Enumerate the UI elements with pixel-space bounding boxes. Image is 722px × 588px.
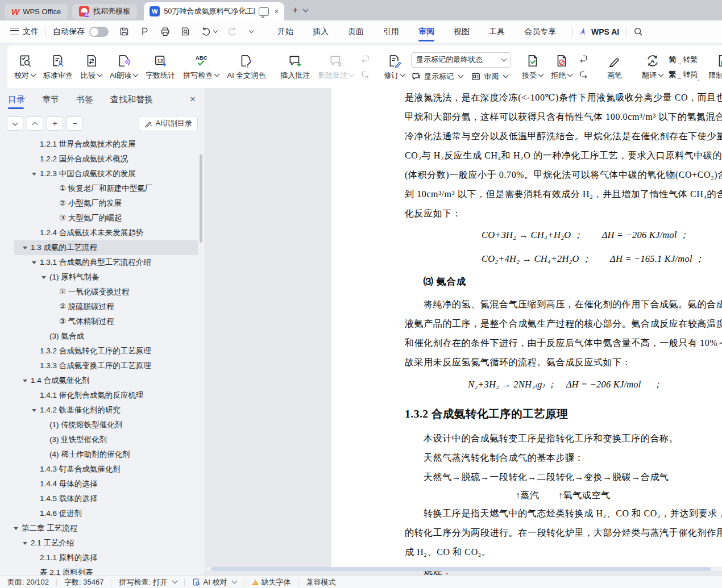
track-changes-button[interactable]: 修订 bbox=[380, 51, 409, 83]
tab-wps-home[interactable]: W WPS Office bbox=[5, 4, 68, 19]
ai-polish-button[interactable]: AI 全文润色 bbox=[223, 51, 269, 83]
toolbar-more-chevron-icon[interactable] bbox=[249, 28, 254, 32]
toc-item[interactable]: ② 小型氨厂的发展 bbox=[14, 196, 205, 211]
toc-item[interactable]: (1) 原料气制备 bbox=[14, 270, 205, 285]
proofread-button[interactable]: 校对 bbox=[10, 51, 39, 83]
toc-item[interactable]: (4) 稀土作助剂的催化剂 bbox=[14, 447, 205, 462]
ai-proof-status[interactable]: AI 校对 bbox=[185, 577, 244, 587]
menu-insert[interactable]: 插入 bbox=[303, 20, 338, 43]
menu-view[interactable]: 视图 bbox=[444, 20, 479, 43]
toc-item[interactable]: 1.4.6 促进剂 bbox=[14, 506, 205, 521]
toc-item[interactable]: 1.4.5 载体的选择 bbox=[14, 491, 205, 506]
accept-button[interactable]: 接受 bbox=[518, 51, 547, 83]
compare-button[interactable]: 比较 bbox=[77, 51, 106, 83]
word-count-button[interactable]: 12 字数统计 bbox=[142, 51, 179, 83]
close-tab-icon[interactable]: × bbox=[274, 7, 279, 16]
ai-read-button[interactable]: AI朗读 bbox=[106, 51, 142, 83]
previous-comment-icon[interactable] bbox=[360, 54, 370, 64]
tab-chapters[interactable]: 章节 bbox=[42, 88, 59, 111]
toc-item[interactable]: 1.2.2 国外合成氨技术概况 bbox=[14, 152, 205, 166]
menu-member[interactable]: 会员专享 bbox=[514, 20, 566, 43]
menu-start[interactable]: 开始 bbox=[268, 20, 303, 43]
wps-ai-button[interactable]: WPS AI bbox=[580, 27, 619, 36]
toc-item[interactable]: (3) 氨合成 bbox=[14, 329, 205, 344]
tab-document-active[interactable]: W 50万吨合成氨原料气净化工段 × bbox=[144, 2, 284, 20]
hamburger-icon[interactable] bbox=[10, 28, 19, 35]
tab-find-replace[interactable]: 查找和替换 bbox=[110, 88, 153, 111]
toc-item[interactable]: 2.1.1 原料的选择 bbox=[14, 551, 205, 565]
page-indicator[interactable]: 页面: 20/102 bbox=[0, 577, 56, 587]
spell-check-status[interactable]: 拼写检查: 打开 bbox=[111, 577, 184, 587]
delete-comment-button[interactable]: 删除批注 bbox=[314, 51, 358, 83]
collapse-icon[interactable] bbox=[23, 542, 27, 545]
review-pane-button[interactable]: 审阅 bbox=[471, 72, 508, 82]
toc-item[interactable]: ② 脱硫脱碳过程 bbox=[14, 299, 205, 314]
collapse-icon[interactable] bbox=[14, 527, 18, 530]
toc-item[interactable]: 1.3.3 合成氨变换工序的工艺原理 bbox=[14, 358, 205, 373]
menu-review-active[interactable]: 审阅 bbox=[409, 20, 444, 43]
markup-state-dropdown[interactable]: 显示标记的最终状态 bbox=[411, 52, 511, 68]
tab-docer[interactable]: 找稻壳模板 bbox=[72, 4, 137, 19]
collapse-icon[interactable] bbox=[23, 380, 27, 382]
collapse-icon[interactable] bbox=[32, 409, 36, 412]
collapse-all-button[interactable]: − bbox=[67, 116, 83, 131]
toc-item[interactable]: ③ 大型氨厂的崛起 bbox=[14, 211, 205, 226]
file-menu[interactable]: 文件 bbox=[23, 27, 39, 37]
toc-item[interactable]: (3) 亚铁型催化剂 bbox=[14, 432, 205, 447]
toc-item[interactable]: ① 恢复老厂和新建中型氨厂 bbox=[14, 181, 205, 196]
show-markup-button[interactable]: 显示标记 bbox=[411, 72, 463, 82]
toc-item[interactable]: 1.4.2 铁基催化剂的研究 bbox=[14, 403, 205, 418]
print-icon[interactable] bbox=[160, 26, 171, 37]
next-comment-icon[interactable] bbox=[360, 70, 370, 80]
toc-item[interactable]: 1.3.2 合成氨转化工序的工艺原理 bbox=[14, 344, 205, 358]
toc-item[interactable]: 1.3.1 合成氨的典型工艺流程介绍 bbox=[14, 255, 205, 270]
compat-mode-indicator[interactable]: 兼容模式 bbox=[299, 577, 343, 587]
sidebar-scrollbar[interactable] bbox=[200, 155, 202, 243]
horizontal-scrollbar[interactable] bbox=[205, 567, 722, 571]
to-traditional-button[interactable]: 简→ 转繁 bbox=[669, 55, 698, 65]
ai-recognize-toc-button[interactable]: AI识别目录 bbox=[139, 116, 198, 131]
toc-item[interactable]: ① 一氧化碳变换过程 bbox=[14, 285, 205, 299]
word-count-indicator[interactable]: 字数: 35467 bbox=[57, 577, 111, 587]
output-pdf-icon[interactable] bbox=[139, 26, 150, 37]
collapse-icon[interactable] bbox=[32, 261, 36, 264]
menu-reference[interactable]: 引用 bbox=[374, 20, 409, 43]
undo-chevron-icon[interactable] bbox=[213, 28, 218, 32]
toc-item[interactable]: 1.4.3 钌基合成氨催化剂 bbox=[14, 462, 205, 477]
brush-button[interactable]: 画笔 bbox=[598, 51, 631, 83]
toc-item[interactable]: 1.4.1 催化剂合成氨的反应机理 bbox=[14, 388, 205, 403]
to-simplified-button[interactable]: 繁→ 转简 bbox=[669, 69, 698, 80]
toc-item[interactable]: 1.2.4 合成氨技术未来发展趋势 bbox=[14, 226, 205, 240]
toc-item[interactable]: 2.1 工艺介绍 bbox=[14, 536, 205, 551]
insert-comment-button[interactable]: 插入批注 bbox=[276, 51, 314, 83]
toc-item[interactable]: 1.2.3 中国合成氨技术的发展 bbox=[14, 166, 205, 181]
toc-item[interactable]: 表 2.1 原料列表 bbox=[14, 565, 205, 575]
toc-item[interactable]: 1.4 合成氨催化剂 bbox=[14, 373, 205, 388]
tab-contents[interactable]: 目录 bbox=[8, 88, 25, 111]
search-icon[interactable] bbox=[633, 27, 644, 37]
reject-button[interactable]: 拒绝 bbox=[547, 51, 576, 83]
tab-bookmarks[interactable]: 书签 bbox=[76, 88, 93, 111]
restrict-edit-button[interactable]: 限制编辑 bbox=[704, 51, 722, 83]
horizontal-scrollbar-thumb[interactable] bbox=[211, 567, 711, 571]
menu-tools[interactable]: 工具 bbox=[479, 20, 514, 43]
screen-share-icon[interactable] bbox=[259, 7, 269, 16]
toc-item[interactable]: 第二章 工艺流程 bbox=[14, 521, 205, 536]
previous-change-icon[interactable] bbox=[579, 54, 588, 64]
undo-icon[interactable] bbox=[201, 26, 211, 37]
toc-item[interactable]: 1.2.1 世界合成氨技术的发展 bbox=[14, 137, 205, 152]
toc-item[interactable]: ③ 气体精制过程 bbox=[14, 314, 205, 329]
collapse-icon[interactable] bbox=[42, 276, 46, 279]
document-page[interactable]: 是液氮洗法，是在深度冷冻(<-100℃)条件下用液氮吸收分离少量 CO，而且也能… bbox=[331, 88, 722, 567]
expand-next-button[interactable] bbox=[7, 116, 23, 131]
redo-icon[interactable] bbox=[227, 26, 238, 37]
collapse-prev-button[interactable] bbox=[27, 116, 43, 131]
menu-page[interactable]: 页面 bbox=[338, 20, 374, 43]
collapse-icon[interactable] bbox=[32, 173, 36, 176]
close-sidebar-icon[interactable]: × bbox=[190, 94, 196, 105]
autosave-toggle[interactable] bbox=[89, 27, 109, 37]
toc-item[interactable]: 1.4.4 母体的选择 bbox=[14, 477, 205, 491]
expand-all-button[interactable]: + bbox=[47, 116, 63, 131]
toc-item-selected[interactable]: 1.3 成氨的工艺流程 bbox=[14, 240, 198, 255]
new-tab-button[interactable]: + bbox=[292, 5, 298, 16]
